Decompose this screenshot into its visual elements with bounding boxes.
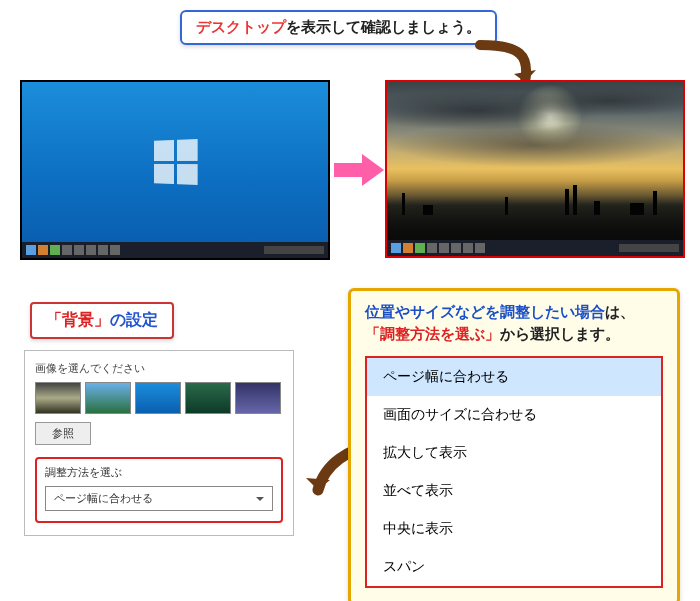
fit-option[interactable]: 並べて表示: [367, 472, 661, 510]
wallpaper-thumb[interactable]: [235, 382, 281, 414]
wallpaper-thumb[interactable]: [185, 382, 231, 414]
wallpaper-thumbnails: [35, 382, 283, 414]
svg-marker-3: [306, 478, 330, 490]
panel-title-rest: の設定: [110, 311, 158, 328]
callout-rest: を表示して確認しましょう。: [286, 18, 481, 35]
wallpaper-thumb[interactable]: [85, 382, 131, 414]
fit-option[interactable]: スパン: [367, 548, 661, 586]
windows-default-wallpaper: [22, 82, 328, 242]
fit-option[interactable]: 拡大して表示: [367, 434, 661, 472]
panel-title-quoted: 「背景」: [46, 311, 110, 328]
fit-option[interactable]: 中央に表示: [367, 510, 661, 548]
wallpaper-thumb[interactable]: [35, 382, 81, 414]
wallpaper-thumb[interactable]: [135, 382, 181, 414]
fit-option[interactable]: ページ幅に合わせる: [367, 358, 661, 396]
screenshot-custom-desktop: [385, 80, 685, 258]
panel-title-background-settings: 「背景」の設定: [30, 302, 174, 339]
fit-method-label: 調整方法を選ぶ: [45, 465, 273, 480]
screenshot-default-desktop: [20, 80, 330, 260]
fit-options-explainer: 位置やサイズなどを調整したい場合は、 「調整方法を選ぶ」から選択します。 ページ…: [348, 288, 680, 601]
background-settings-panel: 画像を選んでください 参照 調整方法を選ぶ ページ幅に合わせる: [24, 350, 294, 536]
svg-marker-2: [362, 154, 384, 186]
choose-image-label: 画像を選んでください: [35, 361, 283, 376]
fit-method-group: 調整方法を選ぶ ページ幅に合わせる: [35, 457, 283, 523]
windows-logo-icon: [154, 139, 198, 185]
svg-rect-1: [334, 163, 362, 177]
taskbar: [22, 242, 328, 258]
arrow-before-after: [334, 150, 384, 190]
fit-method-dropdown[interactable]: ページ幅に合わせる: [45, 486, 273, 511]
fit-options-menu: ページ幅に合わせる 画面のサイズに合わせる 拡大して表示 並べて表示 中央に表示…: [365, 356, 663, 588]
callout-desktop-check: デスクトップを表示して確認しましょう。: [180, 10, 497, 45]
taskbar: [387, 240, 683, 256]
fit-method-value: ページ幅に合わせる: [54, 492, 153, 504]
sunset-wallpaper: [387, 82, 683, 240]
callout-highlight: デスクトップ: [196, 18, 286, 35]
explainer-text: 位置やサイズなどを調整したい場合は、 「調整方法を選ぶ」から選択します。: [365, 301, 663, 346]
fit-option[interactable]: 画面のサイズに合わせる: [367, 396, 661, 434]
browse-button[interactable]: 参照: [35, 422, 91, 445]
